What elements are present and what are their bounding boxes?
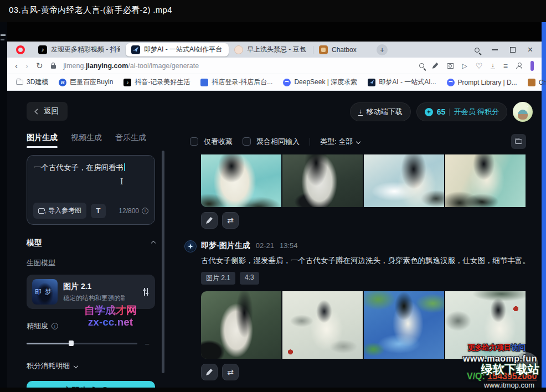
chevron-down-icon bbox=[356, 139, 360, 143]
bookmarks-bar: 3D建模 B巨量百应Buyin ♪抖音-记录美好生活 抖店登录-抖店后台... … bbox=[7, 74, 542, 91]
back-button[interactable]: 返回 bbox=[27, 102, 68, 121]
import-reference-button[interactable]: 导入参考图 bbox=[33, 203, 86, 219]
bookmark-jimeng[interactable]: 即梦AI - 一站式AI... bbox=[368, 78, 436, 87]
bookmark-deepseek[interactable]: DeepSeek | 深度求索 bbox=[283, 78, 357, 87]
generated-image-3[interactable] bbox=[364, 154, 444, 207]
prompt-toolbar: 导入参考图 T 12/800 i bbox=[33, 203, 148, 219]
mobile-download-button[interactable]: ↓ 移动端下载 bbox=[350, 102, 411, 121]
bookmark-douyin[interactable]: ♪抖音-记录美好生活 bbox=[123, 78, 190, 87]
filter-bar: 仅看收藏 聚合相同输入 类型: 全部 bbox=[190, 134, 542, 149]
forward-icon[interactable]: › bbox=[25, 61, 28, 70]
bookmark-prompt-library[interactable]: Prompt Library | D... bbox=[447, 79, 517, 86]
profile-icon[interactable] bbox=[516, 63, 522, 69]
back-icon[interactable]: ‹ bbox=[15, 61, 18, 70]
generated-image-1[interactable] bbox=[201, 154, 281, 207]
text-caret bbox=[124, 163, 125, 171]
model-info: 图片 2.1 稳定的结构和更强的影... bbox=[63, 282, 125, 302]
reload-icon[interactable]: ↻ bbox=[36, 61, 43, 70]
douyin-favicon: ♪ bbox=[38, 45, 47, 54]
download-icon: ↓ bbox=[358, 108, 363, 116]
bookmark-chatbox[interactable]: Chatbox bbox=[528, 79, 546, 86]
model-tag: 图片 2.1 bbox=[201, 272, 235, 285]
membership-link[interactable]: 开会员 得积分 bbox=[454, 107, 499, 117]
image-plus-icon bbox=[38, 208, 45, 214]
model-settings-icon[interactable] bbox=[142, 288, 150, 296]
tab-doubao[interactable]: 早上洗头禁忌 - 豆包 bbox=[229, 42, 313, 58]
player-bottom-edge bbox=[0, 388, 546, 392]
info-icon[interactable]: i bbox=[142, 208, 148, 214]
regenerate-button[interactable]: ⇄ bbox=[222, 212, 239, 229]
prompt-input[interactable]: 一个古代女子，在房间看书 I 导入参考图 T 12/800 i bbox=[27, 155, 155, 225]
generated-image-4[interactable] bbox=[445, 154, 526, 207]
watermark-itmop: www.itmop.com bbox=[484, 381, 534, 389]
tab-douyin[interactable]: ♪ 发现更多精彩视频 - 抖音 bbox=[33, 42, 126, 58]
folder-icon bbox=[16, 80, 23, 85]
sidebar-extension-pill[interactable] bbox=[530, 61, 534, 71]
sidebar-scrollbar[interactable] bbox=[162, 151, 164, 373]
user-avatar[interactable] bbox=[513, 102, 533, 122]
tab-music-generation[interactable]: 音乐生成 bbox=[115, 133, 146, 148]
address-bar-actions: ▷ ♡ ↓ ≡ bbox=[419, 61, 534, 71]
address-bar: ‹ › ↻ jimeng.jianying.com/ai-tool/image/… bbox=[7, 58, 542, 74]
bookmark-doudian[interactable]: 抖店登录-抖店后台... bbox=[200, 78, 272, 87]
generated-image-6[interactable] bbox=[282, 291, 363, 359]
generated-image-2[interactable] bbox=[282, 154, 363, 207]
asset-folder-button[interactable] bbox=[511, 134, 526, 149]
opera-logo-icon[interactable] bbox=[16, 45, 25, 54]
tab-image-generation[interactable]: 图片生成 bbox=[27, 133, 58, 148]
info-icon[interactable]: i bbox=[51, 323, 58, 329]
tab-chatbox[interactable]: Chatbox bbox=[313, 42, 371, 58]
slider-handle[interactable] bbox=[69, 341, 74, 346]
only-favorites-checkbox[interactable] bbox=[190, 137, 198, 146]
chatbox-favicon bbox=[319, 45, 328, 54]
zoom-icon[interactable] bbox=[419, 63, 424, 68]
credit-detail-toggle[interactable]: 积分消耗明细 bbox=[27, 361, 155, 371]
download-icon[interactable]: ↓ bbox=[491, 62, 495, 69]
generated-image-7[interactable] bbox=[364, 291, 444, 359]
model-section-header[interactable]: 模型 bbox=[27, 238, 155, 248]
url-text[interactable]: jimeng.jianying.com/ai-tool/image/genera… bbox=[64, 62, 199, 70]
desktop-wallpaper-strip bbox=[542, 22, 546, 392]
aggregate-checkbox[interactable] bbox=[243, 137, 251, 146]
watermark-promo: 更多给力项目访问 bbox=[468, 343, 526, 353]
bookmark-3d[interactable]: 3D建模 bbox=[16, 78, 48, 87]
model-card[interactable]: 即梦 图片 2.1 稳定的结构和更强的影... bbox=[27, 275, 155, 309]
minimize-button[interactable] bbox=[492, 49, 498, 50]
generated-image-5[interactable] bbox=[201, 291, 281, 359]
snapshot-icon[interactable] bbox=[447, 63, 454, 69]
close-button[interactable]: × bbox=[528, 47, 533, 53]
heart-icon[interactable]: ♡ bbox=[476, 61, 483, 70]
entry-source: 即梦-图片生成 bbox=[201, 241, 250, 251]
maximize-button[interactable] bbox=[510, 47, 516, 53]
jimeng-logo-icon bbox=[184, 240, 197, 252]
fineness-slider[interactable] bbox=[27, 343, 137, 344]
deepseek-favicon bbox=[283, 79, 291, 86]
edit-button[interactable] bbox=[201, 364, 218, 380]
slider-fill bbox=[27, 343, 69, 344]
tab-video-generation[interactable]: 视频生成 bbox=[71, 133, 102, 148]
text-style-button[interactable]: T bbox=[91, 204, 106, 218]
video-title: 03.古风-黄帝内经老人言-(新手必看-2) .mp4 bbox=[9, 5, 172, 16]
watermark-study-site: 自学成才网 zx-cc.net bbox=[84, 305, 137, 328]
model-name: 图片 2.1 bbox=[63, 282, 125, 292]
tab-search-icon[interactable] bbox=[475, 45, 480, 55]
player-title-bar: 03.古风-黄帝内经老人言-(新手必看-2) .mp4 bbox=[0, 0, 546, 22]
type-filter-dropdown[interactable]: 类型: 全部 bbox=[320, 137, 360, 147]
send-icon[interactable]: ▷ bbox=[462, 62, 467, 70]
doubao-favicon bbox=[234, 45, 243, 54]
header-actions: ↓ 移动端下载 65 开会员 得积分 bbox=[350, 102, 533, 122]
bookmark-buyin[interactable]: B巨量百应Buyin bbox=[59, 78, 113, 87]
aggregate-label: 聚合相同输入 bbox=[256, 137, 300, 147]
tab-jimeng-active[interactable]: 即梦AI - 一站式AI创作平台 bbox=[126, 43, 229, 56]
model-description: 稳定的结构和更强的影... bbox=[63, 294, 125, 302]
credits-membership-pill[interactable]: 65 开会员 得积分 bbox=[416, 102, 507, 121]
chevron-up-icon bbox=[151, 241, 156, 245]
regenerate-button[interactable]: ⇄ bbox=[222, 364, 239, 380]
new-tab-button[interactable]: + bbox=[377, 44, 388, 55]
generate-button[interactable]: 立即生成 1 bbox=[27, 381, 155, 388]
browser-window: ♪ 发现更多精彩视频 - 抖音 即梦AI - 一站式AI创作平台 早上洗头禁忌 … bbox=[7, 42, 542, 388]
compose-icon[interactable] bbox=[432, 63, 439, 69]
tune-icon[interactable]: ≡ bbox=[503, 61, 508, 70]
edit-button[interactable] bbox=[201, 212, 218, 229]
chatbox-favicon bbox=[528, 79, 535, 86]
